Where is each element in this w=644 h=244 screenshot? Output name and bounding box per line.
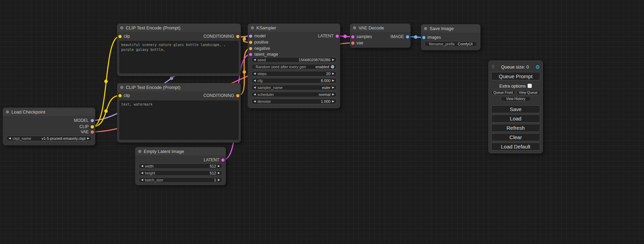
prompt-text-area[interactable]: text, watermark [119,100,239,140]
node-collapse-dot[interactable] [138,150,141,153]
random-seed-toggle-dot[interactable] [331,65,334,69]
scheduler-widget[interactable]: ◀ scheduler normal ▶ [251,92,337,97]
positive-input-dot[interactable] [249,41,252,44]
ckpt-name-widget[interactable]: ◀ ckpt_name v1-5-pruned-emaonly.ckpt ▶ [6,136,92,141]
node-title-bar[interactable]: CLIP Text Encode (Prompt) [117,24,241,32]
model-input-dot[interactable] [249,35,252,38]
queue-front-button[interactable]: Queue Front [491,90,515,95]
node-title-bar[interactable]: Empty Latent Image [135,147,226,155]
latent-output-dot[interactable] [336,35,339,38]
decrement-arrow-icon[interactable]: ◀ [141,172,143,174]
vae-output-dot[interactable] [91,130,94,134]
decrement-arrow-icon[interactable]: ◀ [141,165,143,168]
output-slot-clip: CLIP [79,124,94,129]
increment-arrow-icon[interactable]: ▶ [332,100,334,103]
next-value-arrow-icon[interactable]: ▶ [87,137,89,140]
slot-label: IMAGE [390,34,404,39]
view-history-button[interactable]: View History [501,96,531,101]
decrement-arrow-icon[interactable]: ◀ [254,58,256,61]
image-output-dot[interactable] [406,35,409,38]
sampler-name-widget[interactable]: ◀ sampler_name euler ▶ [251,85,337,90]
increment-arrow-icon[interactable]: ▶ [332,79,334,82]
clip-output-dot[interactable] [91,125,94,128]
increment-arrow-icon[interactable]: ▶ [218,165,220,168]
queue-buttons-row: Queue Front View Queue [491,90,540,95]
slot-label: model [254,34,266,38]
images-input-dot[interactable] [422,36,425,39]
widget-value: 20 [326,72,330,76]
node-title-bar[interactable]: KSampler [248,24,340,32]
prev-value-arrow-icon[interactable]: ◀ [9,137,11,140]
clear-button[interactable]: Clear [491,133,540,141]
load-button[interactable]: Load [491,115,540,123]
decrement-arrow-icon[interactable]: ◀ [254,72,256,75]
prev-value-arrow-icon[interactable]: ◀ [254,93,256,96]
decrement-arrow-icon[interactable]: ◀ [254,79,256,82]
extra-options-checkbox[interactable] [528,84,532,88]
clip-input-dot[interactable] [118,94,122,97]
node-collapse-dot[interactable] [424,27,427,30]
widget-name: width [145,164,208,168]
node-collapse-dot[interactable] [251,26,254,29]
increment-arrow-icon[interactable]: ▶ [332,72,334,75]
samples-input-dot[interactable] [351,35,354,38]
cfg-widget[interactable]: ◀ cfg 8.000 ▶ [251,78,337,83]
node-collapse-dot[interactable] [6,110,9,114]
next-value-arrow-icon[interactable]: ▶ [332,93,334,96]
decrement-arrow-icon[interactable]: ◀ [254,100,256,103]
node-title-bar[interactable]: VAE Decode [350,24,411,32]
denoise-widget[interactable]: ◀ denoise 1.000 ▶ [251,99,337,104]
filename-prefix-widget[interactable]: filename_prefix ComfyUI [424,41,477,47]
node-vae-decode[interactable]: VAE Decode samples vae IMAGE [350,24,411,48]
model-output-dot[interactable] [91,119,94,122]
node-ksampler[interactable]: KSampler model positive negative latent_… [248,24,340,108]
node-clip-text-encode-negative[interactable]: CLIP Text Encode (Prompt) clip CONDITION… [117,83,241,143]
prompt-text-area[interactable]: beautiful scenery nature glass bottle la… [119,41,239,73]
queue-prompt-button[interactable]: Queue Prompt [491,72,540,80]
node-save-image[interactable]: Save Image images filename_prefix ComfyU… [421,24,480,50]
negative-input-dot[interactable] [249,47,252,50]
node-collapse-dot[interactable] [120,86,123,89]
conditioning-output-dot[interactable] [236,35,239,38]
node-title-bar[interactable]: CLIP Text Encode (Prompt) [117,83,241,91]
increment-arrow-icon[interactable]: ▶ [218,179,220,181]
increment-arrow-icon[interactable]: ▶ [332,58,334,61]
view-queue-button[interactable]: View Queue [517,90,540,95]
node-clip-text-encode-positive[interactable]: CLIP Text Encode (Prompt) clip CONDITION… [117,24,241,76]
load-default-button[interactable]: Load Default [491,143,540,151]
slot-label: MODEL [74,118,89,123]
random-seed-widget[interactable]: Random seed after every gen enabled [251,64,337,70]
widget-name: batch_size [145,178,212,182]
seed-widget[interactable]: ◀ seed 156680208700286 ▶ [251,57,337,63]
refresh-button[interactable]: Refresh [491,124,540,132]
node-collapse-dot[interactable] [120,26,123,29]
steps-widget[interactable]: ◀ steps 20 ▶ [251,71,337,76]
node-empty-latent-image[interactable]: Empty Latent Image LATENT ◀ width 512 ▶ … [135,147,226,185]
batch-size-widget[interactable]: ◀ batch_size 1 ▶ [139,177,222,183]
link-dot-model [170,76,173,80]
link-dot-cond2 [242,70,246,74]
node-title-bar[interactable]: Save Image [421,24,480,33]
drag-handle-icon[interactable]: ⠿ [491,64,495,70]
settings-gear-icon[interactable]: ⚙ [536,64,540,70]
latent-image-input-dot[interactable] [249,53,252,56]
clip-input-dot[interactable] [118,35,122,38]
slot-label: CLIP [79,124,89,129]
node-load-checkpoint[interactable]: Load Checkpoint MODEL CLIP VAE ◀ ckpt_na… [3,108,95,145]
save-button[interactable]: Save [491,105,540,113]
widget-name: sampler_name [257,85,320,90]
vae-input-dot[interactable] [351,42,354,45]
node-collapse-dot[interactable] [353,26,356,29]
width-widget[interactable]: ◀ width 512 ▶ [139,163,222,169]
prev-value-arrow-icon[interactable]: ◀ [254,86,256,89]
conditioning-output-dot[interactable] [236,94,239,97]
node-title: Save Image [430,26,453,31]
slot-label: vae [356,40,363,45]
decrement-arrow-icon[interactable]: ◀ [141,179,143,181]
latent-output-dot[interactable] [221,159,224,162]
node-title-bar[interactable]: Load Checkpoint [3,108,95,116]
slot-label: LATENT [204,157,219,162]
height-widget[interactable]: ◀ height 512 ▶ [139,170,222,176]
next-value-arrow-icon[interactable]: ▶ [332,86,334,89]
increment-arrow-icon[interactable]: ▶ [218,172,220,174]
